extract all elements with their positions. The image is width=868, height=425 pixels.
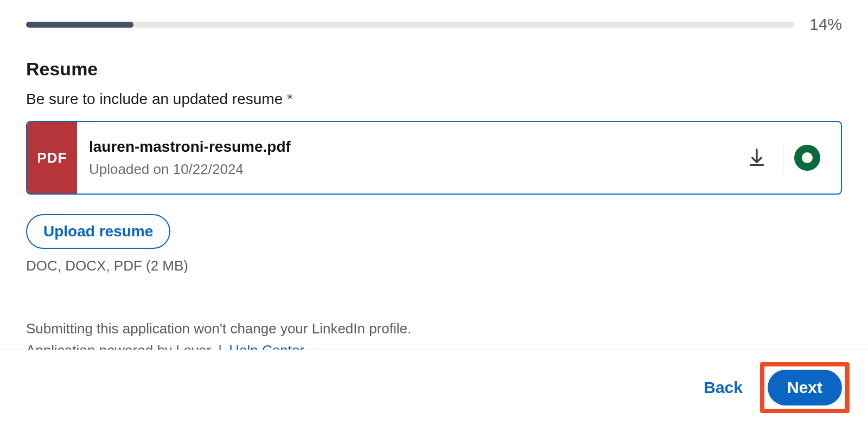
next-button[interactable]: Next (768, 370, 842, 405)
section-subtitle-text: Be sure to include an updated resume (26, 91, 283, 107)
required-asterisk: * (287, 91, 293, 107)
file-type-badge: PDF (27, 122, 77, 194)
download-icon (746, 147, 768, 169)
section-title-resume: Resume (26, 59, 842, 80)
footer-line-1: Submitting this application won't change… (26, 318, 842, 339)
download-button[interactable] (736, 141, 777, 174)
upload-hint: DOC, DOCX, PDF (2 MB) (26, 257, 842, 274)
uploaded-file-card[interactable]: PDF lauren-mastroni-resume.pdf Uploaded … (26, 121, 842, 195)
file-uploaded-date: Uploaded on 10/22/2024 (89, 161, 736, 178)
action-divider (783, 143, 783, 173)
file-name: lauren-mastroni-resume.pdf (89, 138, 736, 156)
file-actions (736, 122, 841, 194)
file-meta: lauren-mastroni-resume.pdf Uploaded on 1… (77, 122, 736, 194)
file-selected-radio[interactable] (789, 145, 826, 171)
file-type-badge-text: PDF (37, 150, 67, 166)
progress-percent-label: 14% (809, 15, 842, 34)
back-button[interactable]: Back (698, 371, 748, 404)
progress-bar-fill (26, 22, 133, 28)
progress-row: 14% (26, 15, 842, 34)
progress-bar-track (26, 22, 794, 28)
radio-selected-icon (794, 145, 820, 171)
section-subtitle: Be sure to include an updated resume * (26, 91, 842, 108)
nav-footer: Back Next (0, 350, 868, 425)
next-button-highlight: Next (760, 362, 850, 413)
upload-resume-button[interactable]: Upload resume (26, 214, 170, 249)
